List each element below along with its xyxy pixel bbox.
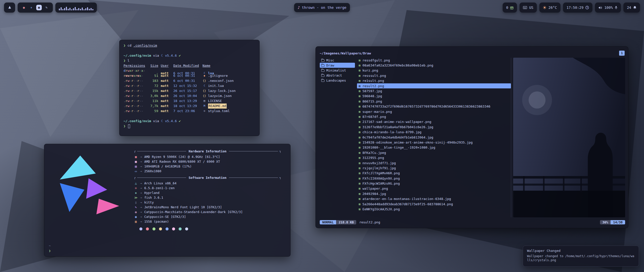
image-file-icon: ▨ (359, 161, 360, 165)
file-date: 6 oct 00:31 (173, 73, 200, 78)
file-row[interactable]: ▨rsjqojlmjhf91.jpg (357, 165, 511, 171)
perm-char: - (141, 94, 143, 98)
info-value: 10948MiB / 64183MiB (17%) (144, 164, 192, 168)
ls-row: .rw-r--r--72matt12 oct 15:32☾init.lua (124, 83, 255, 88)
file-row[interactable]: ▨0c794faf07de24a4db4d4fb1eb813964.jpg (357, 135, 511, 140)
file-row[interactable]: ▨87r687df.png (357, 114, 511, 119)
visualizer-bar (61, 7, 62, 10)
workspace-button-4[interactable]: ✎ (44, 5, 49, 10)
file-row[interactable]: ▨8FKa7Cu.jpeg (357, 150, 511, 155)
fetch-terminal-window[interactable]: ┌ Hardware Information ┐ ▣→AMD Ryzen 9 5… (44, 144, 291, 257)
file-row[interactable]: ▨FXfcHgcWIAMzs0G.png (357, 181, 511, 186)
info-line-font: ✎→JetBrainsMono Nerd Font Light 10 [GTK2… (134, 205, 281, 210)
perm-char: r (137, 99, 139, 103)
ls-row: .rw-r--r--3,0kmatt26 oct 10:04{}lazyvim.… (124, 93, 255, 98)
file-manager-header: ~/Imagenes/Wallpapers/Draw 1 (320, 50, 625, 56)
perm-char: - (135, 94, 137, 98)
weather-widget[interactable]: 26°C (539, 3, 560, 13)
sidebar-folder-misc[interactable]: Misc (320, 58, 355, 63)
file-row[interactable]: ▨resssult.png (357, 73, 511, 78)
visualizer-bar (87, 7, 88, 10)
file-row[interactable]: ▨5a266e448add93deab367d87173e9f25-683788… (357, 201, 511, 207)
file-row[interactable]: ▨217167-sad-anime-rain-wallpaper.png (357, 119, 511, 124)
file-row[interactable]: ▨wallpaper.png (357, 186, 511, 191)
keyboard-layout-widget[interactable]: US (519, 3, 537, 13)
file-name: lazy-lock.json (208, 88, 236, 93)
file-row[interactable]: ▨FXfcII0X0AQyn9X.png (357, 176, 511, 181)
file-row[interactable]: ▨kurz.png (357, 68, 511, 73)
lua-version: v5.4.6 (165, 119, 177, 124)
file-name-cell: {}lazyvim.json (203, 93, 255, 98)
file-row[interactable]: ▨result2.png (357, 83, 511, 88)
tab-indicator[interactable]: 1 (619, 51, 625, 56)
notification-body: Wallpaper changed to /home/matt/.config/… (527, 254, 635, 262)
terminal-cursor[interactable] (128, 124, 130, 128)
folder-name: Landscapes (326, 79, 346, 82)
file-date: 26 oct 10:04 (173, 93, 200, 98)
terminal-window[interactable]: ❯cd.config/nvim ~/.config/nvimvia☾v5.4.6… (119, 40, 260, 136)
perm-char: - (141, 99, 143, 103)
perm-char: - (135, 99, 137, 103)
perm-char: r (131, 94, 133, 98)
separator-cap: ┌ (134, 176, 136, 179)
info-value: Catppuccin-SE [GTK2/3] (144, 215, 186, 219)
prompt-via-label: via (153, 119, 159, 124)
top-bar-right: 0 US 26°C 17:50:29 100% 24 (503, 3, 640, 13)
file-row[interactable]: ▨EeNKYgIUcAAJ5JX.png (357, 207, 511, 212)
sidebar-folder-landscapes[interactable]: Landscapes (320, 78, 355, 83)
file-row[interactable]: ▨3126f7e9bbf21a8a4af0b67b041c6e26.jpg (357, 124, 511, 129)
os-icon: △ (134, 181, 138, 185)
check-icon: ✔ (179, 53, 181, 58)
perm-char: - (143, 69, 145, 73)
file-row[interactable]: ▨08a634fa02a32364f69ebc86a98eb1eb.png (357, 63, 511, 68)
sidebar-folder-abstract[interactable]: Abstract (320, 73, 355, 78)
file-row[interactable]: ▨chica-mirando-la-luna-8799.jpg (357, 129, 511, 134)
file-row[interactable]: ▨596848.jpg (357, 94, 511, 99)
notification-popup[interactable]: Wallpaper Changed Wallpaper changed to /… (523, 246, 639, 267)
notifications-widget[interactable]: 24 (623, 3, 640, 13)
audio-visualizer[interactable] (55, 3, 97, 13)
file-row[interactable]: ▨ressdfgult.png (357, 58, 511, 63)
audio-widget[interactable]: 100% (595, 3, 621, 13)
launcher-button[interactable] (4, 3, 15, 13)
file-row[interactable]: ▨19201080-__blue-tinge__-1920×1080.jpg (357, 145, 511, 150)
perm-char: r (131, 74, 133, 78)
lua-icon: ☾ (161, 119, 163, 124)
workspace-button-1[interactable]: ◉ (21, 5, 27, 10)
info-line-cpu: ▣→AMD Ryzen 9 5900X (24) @ 4.9GHz [61.3°… (134, 154, 281, 159)
file-row[interactable]: ▨re1sult.png (357, 78, 511, 83)
workspace-button-3[interactable]: ▣ (36, 5, 42, 10)
clock-widget[interactable]: 17:50:29 (563, 3, 592, 13)
perm-char: . (124, 84, 126, 88)
workspace-pill: ◉✈▣✎ (18, 3, 53, 13)
media-widget[interactable]: ♪ thrown - on the verge (294, 3, 350, 12)
file-row[interactable]: ▨atardecer-en-la-montanas-ilustracion-63… (357, 196, 511, 201)
arrow-icon: → (140, 196, 142, 199)
file-name: wallpaper.png (363, 187, 388, 190)
arrow-icon: → (140, 220, 142, 223)
sidebar-folder-minimalist[interactable]: Minimalist (320, 68, 355, 73)
file-name: FXfcHgcWIAMzs0G.png (363, 182, 400, 185)
info-value: Arch Linux x86_64 (144, 181, 177, 185)
file-row[interactable]: ▨FXfcJlTXgAMvH6R.png (357, 171, 511, 176)
info-value: fish 3.6.1 (144, 196, 163, 199)
file-row[interactable]: ▨866715.png (357, 99, 511, 104)
file-row[interactable]: ▨68747470733a2f2f696d616765732d7769786d7… (357, 104, 511, 109)
file-row[interactable]: ▨3122955.png (357, 155, 511, 160)
perm-char: - (133, 109, 135, 113)
file-row[interactable]: ▨super-mario.png (357, 109, 511, 114)
workspace-button-2[interactable]: ✈ (29, 5, 34, 10)
file-permissions: .rw-r--r-- (124, 78, 146, 83)
file-name: super-mario.png (363, 110, 392, 114)
perm-char: r (137, 79, 139, 83)
file-row[interactable]: ▨154928-odinokoe_anime-art-anime-okno-si… (357, 140, 511, 145)
file-row[interactable]: ▨587597.jpg (357, 88, 511, 93)
clock-icon (585, 6, 589, 9)
updates-widget[interactable]: 0 (503, 3, 517, 13)
file-manager-window[interactable]: ~/Imagenes/Wallpapers/Draw 1 MiscDrawMin… (315, 46, 628, 228)
file-row[interactable]: ▨20492984.jpg (357, 191, 511, 196)
sidebar-folder-draw[interactable]: Draw (320, 63, 355, 68)
file-name: 3122955.png (363, 156, 384, 160)
software-section-header: ┌ Software Information ┐ (134, 175, 281, 180)
file-row[interactable]: ▨nnvuv0xj2df71.jpg (357, 160, 511, 165)
